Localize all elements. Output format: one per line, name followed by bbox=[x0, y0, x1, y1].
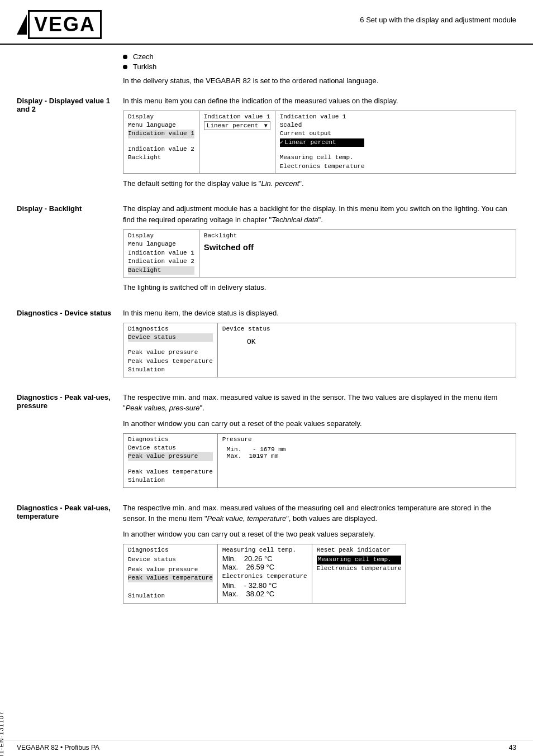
diag-t2-elec-title: Electronics temperature bbox=[222, 573, 307, 580]
diag-t1-peakpress: Peak value pressure bbox=[128, 566, 198, 573]
pressure-values: Min. - 1679 mm Max. 10197 mm bbox=[222, 444, 291, 462]
ui-panel-diag-t3: Reset peak indicator Measuring cell temp… bbox=[312, 544, 407, 604]
section-body-diag-pressure: The respective min. and max. measured va… bbox=[123, 392, 533, 492]
diag-p1-peaktemp: Peak values temperature bbox=[128, 468, 213, 475]
ui-mockup-diag-device: Diagnostics Device status Peak value pre… bbox=[123, 323, 516, 377]
header-title: 6 Set up with the display and adjustment… bbox=[360, 16, 516, 24]
italic-technical: Technical data bbox=[272, 216, 318, 224]
section-diag-pressure: Diagnostics - Peak val-ues, pressure The… bbox=[0, 392, 533, 492]
footer: VEGABAR 82 • Profibus PA 43 bbox=[0, 740, 533, 756]
panel3-item-scaled: Scaled bbox=[280, 122, 302, 128]
section-body-diag-temperature: The respective min. and max. measured va… bbox=[123, 503, 533, 608]
diag-t1-peaktemp: Peak values temperature bbox=[128, 574, 213, 582]
section-label-backlight: Display - Backlight bbox=[0, 203, 123, 213]
logo-area: VEGA bbox=[17, 10, 102, 39]
section-label-diag-device: Diagnostics - Device status bbox=[0, 308, 123, 317]
lighting-text: The lighting is switched off in delivery… bbox=[123, 282, 516, 293]
diag-pressure-label: Diagnostics - Peak val-ues, pressure bbox=[17, 393, 111, 410]
reset-elec: Electronics temperature bbox=[317, 564, 402, 573]
reset-title: Reset peak indicator bbox=[317, 547, 402, 553]
ui-mockup-backlight: Display Menu language Indication value 1… bbox=[123, 229, 516, 277]
ui-panel-display: Display Menu language Indication value 1… bbox=[123, 111, 199, 173]
diag-temperature-label: Diagnostics - Peak val-ues, temperature bbox=[17, 504, 111, 520]
ui-panel-display-bl: Display Menu language Indication value 1… bbox=[123, 230, 199, 277]
header: VEGA 6 Set up with the display and adjus… bbox=[0, 0, 533, 45]
dropdown-value: Linear percent bbox=[207, 122, 258, 129]
logo-triangle-icon bbox=[17, 15, 27, 35]
ui-panel-options: Indication value 1 Scaled Current output… bbox=[275, 111, 369, 173]
bl-p1-backlight: Backlight bbox=[128, 266, 194, 275]
logo: VEGA bbox=[28, 10, 102, 39]
bullet-icon bbox=[123, 55, 127, 59]
diag-d1-title: Diagnostics bbox=[128, 326, 213, 332]
temp-elec-min-value: - 32.80 °C bbox=[244, 581, 277, 590]
diag-temp-intro2: In another window you can carry out a re… bbox=[123, 529, 516, 540]
ui-dropdown-linear[interactable]: Linear percent ▼ bbox=[204, 121, 270, 130]
reset-mcell: Measuring cell temp. bbox=[317, 556, 402, 564]
display-value-default: The default setting for the display valu… bbox=[123, 178, 516, 189]
italic-peak-pressure: Peak values, pres-sure bbox=[126, 404, 200, 412]
bl-p1-indval1: Indication value 1 bbox=[128, 250, 194, 256]
section-label-diag-temperature: Diagnostics - Peak val-ues, temperature bbox=[0, 503, 123, 520]
bl-p1-indval2: Indication value 2 bbox=[128, 258, 194, 265]
backlight-intro: The display and adjustment module has a … bbox=[123, 203, 516, 225]
section-diag-device: Diagnostics - Device status In this menu… bbox=[0, 308, 533, 382]
diag-d1-peakpress: Peak value pressure bbox=[128, 349, 198, 356]
panel3-item-elec: Electronics temperature bbox=[280, 163, 365, 170]
panel1-item-backlight: Backlight bbox=[128, 154, 161, 161]
ui-mockup-diag-pressure: Diagnostics Device status Peak value pre… bbox=[123, 433, 516, 488]
pressure-max-label: Max. bbox=[227, 453, 249, 460]
temp-elec-max-label: Max. bbox=[222, 590, 246, 598]
panel1-title: Display bbox=[128, 113, 194, 120]
pressure-max-value: 10197 mm bbox=[249, 453, 278, 460]
ok-text: OK bbox=[222, 333, 280, 351]
diag-d1-sim: Sinulation bbox=[128, 366, 165, 373]
bl-panel1-title: Display bbox=[128, 232, 194, 239]
bl-p1-menu: Menu language bbox=[128, 241, 176, 247]
section-display-backlight: Display - Backlight The display and adju… bbox=[0, 203, 533, 297]
temp-max-value: 26.59 °C bbox=[246, 563, 274, 571]
language-list: Czech Turkish bbox=[123, 52, 516, 71]
page-container: VEGA 6 Set up with the display and adjus… bbox=[0, 0, 533, 756]
section-diag-temperature: Diagnostics - Peak val-ues, temperature … bbox=[0, 503, 533, 608]
temp-min-label: Min. bbox=[222, 554, 244, 563]
ui-panel-indval1: Indication value 1 Linear percent ▼ bbox=[199, 111, 275, 173]
diag-p2-title: Pressure bbox=[222, 436, 291, 443]
footer-page: 43 bbox=[509, 744, 516, 752]
temp-max-label: Max. bbox=[222, 563, 246, 571]
section-label-diag-pressure: Diagnostics - Peak val-ues, pressure bbox=[0, 392, 123, 410]
ui-panel-diag-t2: Measuring cell temp. Min. 20.26 °C Max. … bbox=[217, 544, 312, 604]
bullet-section: Czech Turkish In the delivery status, th… bbox=[0, 45, 533, 87]
diag-d1-peaktemp: Peak values temperature bbox=[128, 358, 213, 365]
bullet-icon bbox=[123, 65, 127, 69]
ui-panel-diag-t1: Diagnostics Device status Peak value pre… bbox=[123, 544, 217, 604]
ui-mockup-display-value: Display Menu language Indication value 1… bbox=[123, 111, 516, 174]
italic-lin-percent: Lin. percent bbox=[261, 179, 299, 188]
diag-pressure-intro: The respective min. and max. measured va… bbox=[123, 392, 516, 414]
diag-d2-title: Device status bbox=[222, 326, 280, 332]
panel2-title: Indication value 1 bbox=[204, 113, 270, 120]
footer-product: VEGABAR 82 • Profibus PA bbox=[17, 744, 99, 752]
ui-panel-diag-d1: Diagnostics Device status Peak value pre… bbox=[123, 323, 218, 377]
section-display-value: Display - Displayed value 1 and 2 In thi… bbox=[0, 95, 533, 194]
section-body-backlight: The display and adjustment module has a … bbox=[123, 203, 533, 297]
pressure-min-label: Min. bbox=[227, 446, 253, 453]
panel1-item-indval1: Indication value 1 bbox=[128, 130, 194, 138]
temp-elec-max-value: 38.02 °C bbox=[246, 590, 274, 598]
diag-pressure-intro2: In another window you can carry out a re… bbox=[123, 418, 516, 429]
diag-p1-devstatus: Device status bbox=[128, 444, 176, 451]
section-body-diag-device: In this menu item, the device status is … bbox=[123, 308, 533, 382]
panel3-item-linear: Linear percent bbox=[280, 138, 365, 147]
temp-min-value: 20.26 °C bbox=[244, 554, 273, 563]
panel3-item-mcell: Measuring cell temp. bbox=[280, 154, 354, 161]
section-body-display-value: In this menu item you can define the ind… bbox=[123, 95, 533, 194]
diag-device-label: Diagnostics - Device status bbox=[17, 309, 111, 317]
ui-panel-diag-p1: Diagnostics Device status Peak value pre… bbox=[123, 434, 218, 487]
ui-panel-diag-p2: Pressure Min. - 1679 mm Max. 10197 mm bbox=[218, 434, 295, 487]
panel3-title: Indication value 1 bbox=[280, 113, 365, 120]
delivery-text: In the delivery status, the VEGABAR 82 i… bbox=[123, 75, 516, 87]
bl-panel2-title: Backlight bbox=[204, 232, 273, 239]
dropdown-arrow-icon: ▼ bbox=[264, 123, 268, 129]
temp-elec-min-label: Min. bbox=[222, 581, 244, 590]
italic-peak-temp: Peak value, temperature bbox=[207, 514, 287, 523]
